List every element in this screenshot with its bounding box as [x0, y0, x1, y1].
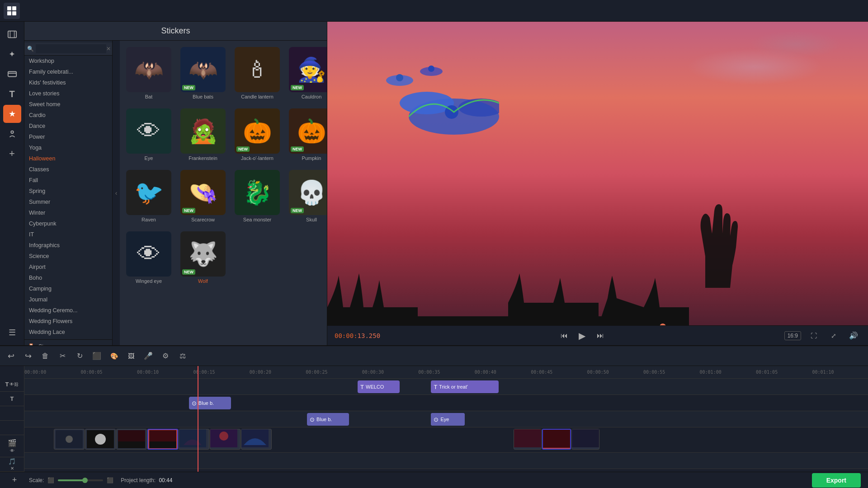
- eye-clip[interactable]: ⊙ Eye: [431, 413, 465, 426]
- skip-start-button[interactable]: ⏮: [557, 328, 571, 343]
- category-item-sweet-home[interactable]: Sweet home: [24, 99, 112, 110]
- category-item-power[interactable]: Power: [24, 131, 112, 142]
- v-thumb-4[interactable]: [147, 429, 178, 450]
- category-item-camping[interactable]: Camping: [24, 283, 112, 294]
- toolbar-text[interactable]: T: [3, 85, 21, 103]
- category-item-airport[interactable]: Airport: [24, 262, 112, 272]
- delete-button[interactable]: 🗑: [38, 349, 52, 363]
- color-button[interactable]: 🎨: [107, 349, 121, 363]
- v-thumb-7[interactable]: [241, 429, 272, 450]
- sticker-item-pumpkin[interactable]: 🎃NEWPumpkin: [286, 106, 327, 164]
- category-item-journal[interactable]: Journal: [24, 294, 112, 305]
- export-button[interactable]: Export: [812, 473, 861, 488]
- sticker-item-cauldron[interactable]: 🧙NEWCauldron: [286, 44, 327, 102]
- settings-button[interactable]: ⚙: [158, 349, 173, 363]
- welco-clip[interactable]: T WELCO: [358, 380, 400, 393]
- blue-b-top-clip[interactable]: ⊙ Blue b.: [189, 397, 231, 409]
- sticker-item-jack-o-lantern[interactable]: 🎃NEWJack-o'-lantern: [232, 106, 283, 164]
- search-input[interactable]: [36, 44, 106, 53]
- redo-button[interactable]: ↪: [21, 349, 35, 363]
- v-thumb-6[interactable]: [210, 429, 241, 450]
- sticker-item-winged-eye[interactable]: 👁Winged eye: [123, 229, 174, 286]
- track-labels: T 👁 ⛓ T 🎬 👁 🎵 ✕: [0, 366, 24, 472]
- add-media-button[interactable]: +: [7, 473, 22, 488]
- sticker-item-sea-monster[interactable]: 🐉Sea monster: [232, 167, 283, 225]
- category-item-dance[interactable]: Dance: [24, 121, 112, 131]
- sticker-item-scarecrow[interactable]: 👒NEWScarecrow: [178, 167, 228, 225]
- category-item-wedding-ceremo[interactable]: Wedding Ceremo...: [24, 305, 112, 316]
- playhead[interactable]: [198, 366, 198, 472]
- fullscreen-button[interactable]: ⤢: [826, 328, 841, 343]
- ruler-mark-1: 00:00:05: [80, 370, 102, 375]
- sticker-item-candle-lantern[interactable]: 🕯Candle lantern: [232, 44, 283, 102]
- clear-search-icon[interactable]: ✕: [106, 46, 111, 52]
- mic-button[interactable]: 🎤: [141, 349, 156, 363]
- toolbar-add[interactable]: +: [3, 145, 21, 163]
- sticker-item-blue-bats[interactable]: 🦇NEWBlue bats: [178, 44, 228, 102]
- undo-button[interactable]: ↩: [4, 349, 18, 363]
- svg-point-22: [95, 434, 106, 445]
- v-thumb-8[interactable]: [514, 429, 542, 450]
- category-item-science[interactable]: Science: [24, 251, 112, 262]
- skip-end-button[interactable]: ⏭: [593, 328, 608, 343]
- category-item-summer[interactable]: Summer: [24, 197, 112, 207]
- sticker-item-bat[interactable]: 🦇Bat: [123, 44, 174, 102]
- v-thumb-3[interactable]: [116, 429, 147, 450]
- blue-b-mid-clip[interactable]: ⊙ Blue b.: [307, 413, 349, 426]
- store-button[interactable]: 🏪 Store: [24, 339, 112, 345]
- category-item-infographics[interactable]: Infographics: [24, 240, 112, 251]
- sticker-item-frankenstein[interactable]: 🧟Frankenstein: [178, 106, 228, 164]
- category-item-family[interactable]: Family celebrati...: [24, 66, 112, 77]
- category-item-love[interactable]: Love stories: [24, 88, 112, 99]
- progress-handle[interactable]: [660, 324, 666, 325]
- redo2-button[interactable]: ↻: [72, 349, 87, 363]
- volume-button[interactable]: 🔊: [846, 328, 861, 343]
- toolbar-sports[interactable]: [3, 125, 21, 143]
- v-thumb-5[interactable]: [179, 429, 209, 450]
- v-thumb-10[interactable]: [571, 429, 599, 450]
- category-item-it[interactable]: IT: [24, 229, 112, 240]
- media-button[interactable]: 🖼: [124, 349, 138, 363]
- trick-or-treat-clip[interactable]: T Trick or treat': [431, 380, 498, 393]
- category-item-wedding-lace[interactable]: Wedding Lace: [24, 327, 112, 338]
- sticker-emoji-raven: 🐦: [134, 179, 164, 206]
- sticker-item-eye[interactable]: 👁Eye: [123, 106, 174, 164]
- category-item-halloween[interactable]: Halloween: [24, 153, 112, 164]
- scale-slider-handle[interactable]: [82, 478, 88, 483]
- new-badge-scarecrow: NEW: [182, 208, 195, 213]
- ruler-mark-12: 00:01:00: [700, 370, 722, 375]
- category-item-spring[interactable]: Spring: [24, 186, 112, 197]
- v-thumb-2[interactable]: [85, 429, 116, 450]
- toolbar-magic-wand[interactable]: ✦: [3, 45, 21, 63]
- category-item-winter[interactable]: Winter: [24, 207, 112, 218]
- category-item-cyberpunk[interactable]: Cyberpunk: [24, 218, 112, 229]
- category-item-cardio[interactable]: Cardio: [24, 110, 112, 121]
- toolbar-menu[interactable]: ☰: [3, 324, 21, 342]
- timeline-area: ↩ ↪ 🗑 ✂ ↻ ⬛ 🎨 🖼 🎤 ⚙ ⚖ T 👁 ⛓ T: [0, 345, 868, 472]
- toolbar-layers[interactable]: [3, 65, 21, 83]
- category-item-workshop[interactable]: Workshop: [24, 56, 112, 66]
- fit-screen-button[interactable]: ⛶: [807, 328, 821, 343]
- scale-slider[interactable]: [58, 479, 103, 481]
- category-item-yoga[interactable]: Yoga: [24, 142, 112, 153]
- v-thumb-9[interactable]: [542, 429, 571, 450]
- category-item-classes[interactable]: Classes: [24, 164, 112, 175]
- play-pause-button[interactable]: ▶: [575, 328, 590, 343]
- v-thumb-1[interactable]: [54, 429, 85, 450]
- scissors-button[interactable]: ✂: [55, 349, 70, 363]
- adjust-button[interactable]: ⚖: [175, 349, 190, 363]
- sticker-grid-area: 🦇Bat🦇NEWBlue bats🕯Candle lantern🧙NEWCaul…: [120, 41, 327, 345]
- toolbar-star[interactable]: ★: [3, 105, 21, 123]
- sticker-item-wolf[interactable]: 🐺NEWWolf: [178, 229, 228, 286]
- sticker-label-skull: Skull: [306, 217, 317, 222]
- toolbar-film[interactable]: [3, 25, 21, 43]
- aspect-ratio-selector[interactable]: 16:9: [784, 331, 801, 340]
- sticker-item-raven[interactable]: 🐦Raven: [123, 167, 174, 225]
- collapse-arrow[interactable]: ‹: [113, 41, 120, 345]
- sticker-item-skull[interactable]: 💀NEWSkull: [286, 167, 327, 225]
- category-item-wedding-flowers[interactable]: Wedding Flowers: [24, 316, 112, 327]
- category-item-fall[interactable]: Fall: [24, 175, 112, 186]
- category-item-kids[interactable]: Kids' festivities: [24, 77, 112, 88]
- category-item-boho[interactable]: Boho: [24, 272, 112, 283]
- crop-button[interactable]: ⬛: [90, 349, 104, 363]
